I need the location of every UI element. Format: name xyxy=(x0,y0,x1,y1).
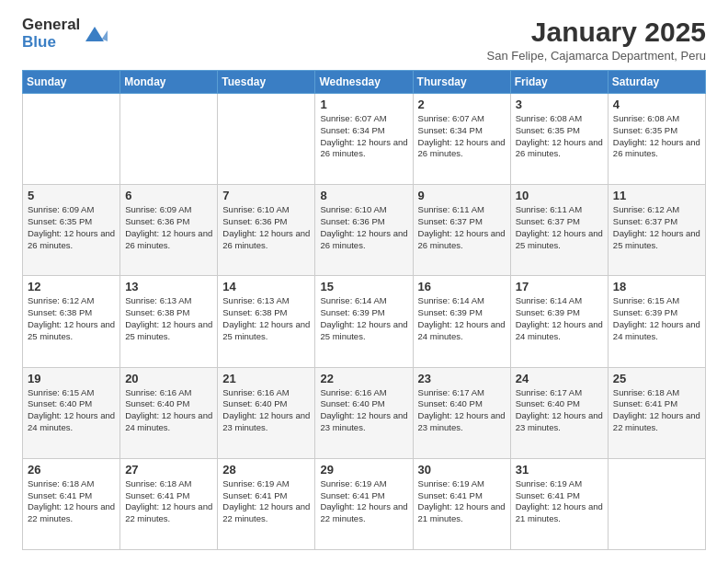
weekday-monday: Monday xyxy=(120,71,218,94)
day-cell: 20Sunrise: 6:16 AMSunset: 6:40 PMDayligh… xyxy=(120,367,218,458)
week-row-1: 1Sunrise: 6:07 AMSunset: 6:34 PMDaylight… xyxy=(23,94,706,185)
day-number: 30 xyxy=(418,463,506,477)
day-info: Sunrise: 6:10 AMSunset: 6:36 PMDaylight:… xyxy=(320,204,407,251)
day-cell: 13Sunrise: 6:13 AMSunset: 6:38 PMDayligh… xyxy=(120,276,218,367)
day-cell xyxy=(23,94,120,185)
day-cell: 8Sunrise: 6:10 AMSunset: 6:36 PMDaylight… xyxy=(315,185,413,276)
day-number: 16 xyxy=(418,280,506,293)
day-number: 15 xyxy=(320,280,407,293)
day-info: Sunrise: 6:19 AMSunset: 6:41 PMDaylight:… xyxy=(418,478,506,525)
weekday-wednesday: Wednesday xyxy=(315,71,413,94)
day-info: Sunrise: 6:14 AMSunset: 6:39 PMDaylight:… xyxy=(516,295,603,342)
day-number: 22 xyxy=(320,372,407,385)
weekday-thursday: Thursday xyxy=(413,71,510,94)
day-number: 20 xyxy=(125,372,212,385)
day-cell xyxy=(608,458,705,549)
day-number: 17 xyxy=(516,280,603,293)
day-cell: 19Sunrise: 6:15 AMSunset: 6:40 PMDayligh… xyxy=(23,367,120,458)
day-number: 1 xyxy=(320,98,407,111)
day-number: 2 xyxy=(418,98,506,111)
day-info: Sunrise: 6:16 AMSunset: 6:40 PMDaylight:… xyxy=(320,387,407,434)
day-number: 27 xyxy=(125,463,212,477)
day-number: 29 xyxy=(320,463,407,477)
calendar-header: SundayMondayTuesdayWednesdayThursdayFrid… xyxy=(23,71,706,94)
day-cell: 6Sunrise: 6:09 AMSunset: 6:36 PMDaylight… xyxy=(120,185,218,276)
day-cell: 10Sunrise: 6:11 AMSunset: 6:37 PMDayligh… xyxy=(510,185,608,276)
day-info: Sunrise: 6:18 AMSunset: 6:41 PMDaylight:… xyxy=(28,478,115,525)
day-number: 26 xyxy=(28,463,115,477)
day-cell: 11Sunrise: 6:12 AMSunset: 6:37 PMDayligh… xyxy=(608,185,705,276)
day-cell: 17Sunrise: 6:14 AMSunset: 6:39 PMDayligh… xyxy=(510,276,608,367)
day-number: 25 xyxy=(613,372,700,385)
day-cell: 31Sunrise: 6:19 AMSunset: 6:41 PMDayligh… xyxy=(510,458,608,549)
day-number: 19 xyxy=(28,372,115,385)
day-number: 14 xyxy=(222,280,310,293)
day-cell: 24Sunrise: 6:17 AMSunset: 6:40 PMDayligh… xyxy=(510,367,608,458)
day-cell: 22Sunrise: 6:16 AMSunset: 6:40 PMDayligh… xyxy=(315,367,413,458)
week-row-2: 5Sunrise: 6:09 AMSunset: 6:35 PMDaylight… xyxy=(23,185,706,276)
day-info: Sunrise: 6:18 AMSunset: 6:41 PMDaylight:… xyxy=(613,387,700,434)
day-number: 31 xyxy=(516,463,603,477)
calendar-title: January 2025 xyxy=(487,17,706,47)
day-info: Sunrise: 6:08 AMSunset: 6:35 PMDaylight:… xyxy=(613,113,700,160)
day-info: Sunrise: 6:19 AMSunset: 6:41 PMDaylight:… xyxy=(516,478,603,525)
day-cell: 14Sunrise: 6:13 AMSunset: 6:38 PMDayligh… xyxy=(218,276,315,367)
weekday-tuesday: Tuesday xyxy=(218,71,315,94)
calendar-subtitle: San Felipe, Cajamarca Department, Peru xyxy=(487,49,706,63)
day-info: Sunrise: 6:14 AMSunset: 6:39 PMDaylight:… xyxy=(418,295,506,342)
day-number: 10 xyxy=(516,189,603,202)
day-info: Sunrise: 6:07 AMSunset: 6:34 PMDaylight:… xyxy=(418,113,506,160)
day-number: 12 xyxy=(28,280,115,293)
day-cell xyxy=(218,94,315,185)
day-info: Sunrise: 6:16 AMSunset: 6:40 PMDaylight:… xyxy=(125,387,212,434)
day-info: Sunrise: 6:11 AMSunset: 6:37 PMDaylight:… xyxy=(418,204,506,251)
day-number: 23 xyxy=(418,372,506,385)
day-cell: 7Sunrise: 6:10 AMSunset: 6:36 PMDaylight… xyxy=(218,185,315,276)
day-cell xyxy=(120,94,218,185)
day-number: 3 xyxy=(516,98,603,111)
logo-icon xyxy=(82,21,108,47)
day-info: Sunrise: 6:12 AMSunset: 6:38 PMDaylight:… xyxy=(28,295,115,342)
day-cell: 28Sunrise: 6:19 AMSunset: 6:41 PMDayligh… xyxy=(218,458,315,549)
day-number: 18 xyxy=(613,280,700,293)
logo-blue: Blue xyxy=(22,34,80,52)
day-number: 28 xyxy=(222,463,310,477)
day-number: 6 xyxy=(125,189,212,202)
day-info: Sunrise: 6:15 AMSunset: 6:39 PMDaylight:… xyxy=(613,295,700,342)
day-cell: 27Sunrise: 6:18 AMSunset: 6:41 PMDayligh… xyxy=(120,458,218,549)
day-info: Sunrise: 6:19 AMSunset: 6:41 PMDaylight:… xyxy=(222,478,310,525)
week-row-3: 12Sunrise: 6:12 AMSunset: 6:38 PMDayligh… xyxy=(23,276,706,367)
day-number: 9 xyxy=(418,189,506,202)
day-info: Sunrise: 6:09 AMSunset: 6:36 PMDaylight:… xyxy=(125,204,212,251)
logo: General Blue xyxy=(22,17,108,51)
weekday-friday: Friday xyxy=(510,71,608,94)
header: General Blue January 2025 San Felipe, Ca… xyxy=(22,17,706,63)
day-number: 11 xyxy=(613,189,700,202)
day-info: Sunrise: 6:18 AMSunset: 6:41 PMDaylight:… xyxy=(125,478,212,525)
day-cell: 5Sunrise: 6:09 AMSunset: 6:35 PMDaylight… xyxy=(23,185,120,276)
week-row-4: 19Sunrise: 6:15 AMSunset: 6:40 PMDayligh… xyxy=(23,367,706,458)
weekday-sunday: Sunday xyxy=(23,71,120,94)
day-cell: 2Sunrise: 6:07 AMSunset: 6:34 PMDaylight… xyxy=(413,94,510,185)
title-section: January 2025 San Felipe, Cajamarca Depar… xyxy=(487,17,706,63)
weekday-saturday: Saturday xyxy=(608,71,705,94)
calendar-page: General Blue January 2025 San Felipe, Ca… xyxy=(0,0,728,563)
day-cell: 21Sunrise: 6:16 AMSunset: 6:40 PMDayligh… xyxy=(218,367,315,458)
logo-general: General xyxy=(22,17,80,34)
day-info: Sunrise: 6:16 AMSunset: 6:40 PMDaylight:… xyxy=(222,387,310,434)
day-info: Sunrise: 6:19 AMSunset: 6:41 PMDaylight:… xyxy=(320,478,407,525)
day-cell: 3Sunrise: 6:08 AMSunset: 6:35 PMDaylight… xyxy=(510,94,608,185)
day-number: 7 xyxy=(222,189,310,202)
day-cell: 12Sunrise: 6:12 AMSunset: 6:38 PMDayligh… xyxy=(23,276,120,367)
day-cell: 16Sunrise: 6:14 AMSunset: 6:39 PMDayligh… xyxy=(413,276,510,367)
day-info: Sunrise: 6:14 AMSunset: 6:39 PMDaylight:… xyxy=(320,295,407,342)
day-number: 5 xyxy=(28,189,115,202)
day-number: 13 xyxy=(125,280,212,293)
logo-text: General Blue xyxy=(22,17,80,51)
day-number: 8 xyxy=(320,189,407,202)
calendar-body: 1Sunrise: 6:07 AMSunset: 6:34 PMDaylight… xyxy=(23,94,706,550)
calendar-table: SundayMondayTuesdayWednesdayThursdayFrid… xyxy=(22,70,706,550)
day-info: Sunrise: 6:08 AMSunset: 6:35 PMDaylight:… xyxy=(516,113,603,160)
weekday-header-row: SundayMondayTuesdayWednesdayThursdayFrid… xyxy=(23,71,706,94)
day-info: Sunrise: 6:15 AMSunset: 6:40 PMDaylight:… xyxy=(28,387,115,434)
